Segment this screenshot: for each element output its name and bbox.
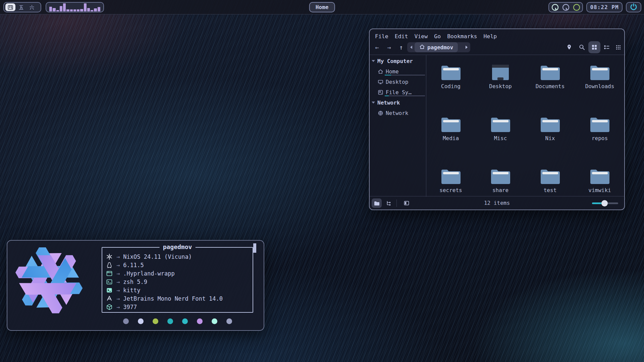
terminal-window[interactable]: pagedmov →NixOS 24.11 (Vicuna)→6.11.5→.H… — [7, 240, 264, 331]
filesystem-icon — [378, 89, 383, 95]
workspace-button-四[interactable] — [5, 3, 15, 11]
sidebar-item-label: File Sy… — [386, 89, 412, 96]
sidebar-group-label: My Computer — [377, 58, 413, 64]
menu-item-go[interactable]: Go — [434, 33, 441, 40]
fastfetch-value: JetBrains Mono Nerd Font 14.0 — [123, 295, 223, 302]
fastfetch-value: .Hyprland-wrapp — [123, 270, 175, 277]
arrow-icon: → — [116, 279, 120, 285]
fastfetch-row: →kitty — [106, 286, 223, 294]
active-window-title: Home — [309, 2, 335, 12]
folder-icon — [589, 116, 610, 132]
visualizer-bar — [56, 10, 59, 11]
power-icon — [630, 3, 638, 12]
collapse-caret-icon — [372, 102, 375, 104]
folder-icon — [540, 168, 560, 184]
folder-icon — [540, 116, 560, 132]
folder-item-nix[interactable]: Nix — [525, 112, 575, 162]
folder-label: vimwiki — [588, 187, 611, 193]
fastfetch-value: 6.11.5 — [123, 262, 144, 268]
visualizer-bar — [84, 3, 87, 11]
list-view-button[interactable] — [602, 43, 611, 52]
folder-label: test — [544, 187, 557, 193]
workspace-button-六[interactable] — [27, 3, 37, 11]
search-button[interactable] — [578, 43, 586, 52]
folder-icon — [490, 116, 511, 132]
folder-label: secrets — [439, 187, 462, 193]
palette-dot — [212, 318, 217, 324]
visualizer-bar — [94, 8, 97, 11]
folder-item-downloads[interactable]: Downloads — [575, 60, 625, 110]
visualizer-bar — [80, 9, 83, 11]
wm-icon — [106, 270, 113, 277]
circular-gauge-icon — [562, 3, 570, 11]
sidebar-item-network[interactable]: Network — [370, 108, 426, 118]
compact-view-button[interactable] — [614, 43, 623, 52]
breadcrumb-segment-home[interactable]: pagedmov — [415, 42, 458, 52]
packages-icon — [106, 304, 113, 310]
folder-item-desktop[interactable]: Desktop — [476, 60, 525, 110]
folder-item-coding[interactable]: Coding — [426, 60, 476, 110]
sidebar-item-desktop[interactable]: Desktop — [370, 77, 426, 87]
folder-icon — [589, 168, 610, 184]
disk-usage-bar — [385, 96, 425, 96]
folder-label: repos — [592, 135, 608, 141]
visualizer-bar — [91, 10, 93, 11]
circular-gauge-icon — [573, 3, 581, 11]
visualizer-bar — [60, 6, 62, 11]
visualizer-bar — [73, 9, 76, 11]
menu-item-bookmarks[interactable]: Bookmarks — [447, 33, 477, 40]
fastfetch-row: →6.11.5 — [106, 261, 223, 269]
folder-label: Coding — [441, 83, 461, 89]
fastfetch-row: →JetBrains Mono Nerd Font 14.0 — [106, 294, 223, 303]
forward-button[interactable]: → — [384, 43, 394, 52]
breadcrumb-scroll-right-icon[interactable] — [466, 46, 468, 49]
fastfetch-rows: →NixOS 24.11 (Vicuna)→6.11.5→.Hyprland-w… — [106, 252, 223, 311]
places-sidebar: My ComputerHomeDesktopFile Sy…NetworkNet… — [370, 55, 426, 197]
folder-label: Documents — [536, 83, 565, 89]
sidebar-group-network[interactable]: Network — [370, 98, 426, 108]
collapse-caret-icon — [372, 60, 375, 62]
folder-label: Desktop — [489, 83, 512, 89]
location-pin-button[interactable] — [565, 43, 574, 52]
visualizer-bar — [49, 7, 52, 11]
terminal-icon — [106, 287, 113, 294]
menu-item-edit[interactable]: Edit — [395, 33, 408, 40]
arrow-icon: → — [116, 287, 120, 294]
back-button[interactable]: ← — [372, 43, 382, 52]
folder-item-misc[interactable]: Misc — [476, 112, 525, 162]
menu-item-help[interactable]: Help — [484, 33, 497, 40]
toolbar: ← → ↑ pagedmov — [370, 41, 624, 54]
visualizer-bar — [66, 9, 69, 11]
items-count: 12 items — [370, 200, 624, 206]
breadcrumb: pagedmov — [407, 42, 470, 52]
palette-dot — [197, 318, 203, 324]
clock-widget: 08:22 PM — [586, 2, 623, 12]
folder-label: share — [492, 187, 508, 193]
folder-item-documents[interactable]: Documents — [525, 60, 575, 110]
folder-grid: CodingDesktopDocumentsDownloadsMediaMisc… — [426, 55, 625, 197]
audio-visualizer-widget — [46, 2, 104, 12]
folder-icon — [440, 116, 461, 132]
menu-item-file[interactable]: File — [375, 33, 388, 40]
folder-icon — [440, 168, 461, 184]
icon-view-button[interactable] — [588, 41, 600, 53]
sidebar-group-my-computer[interactable]: My Computer — [370, 56, 426, 66]
menu-item-view[interactable]: View — [415, 33, 428, 40]
visualizer-bar — [98, 7, 100, 11]
power-button[interactable] — [626, 2, 641, 12]
workspaces-widget[interactable] — [3, 2, 41, 12]
breadcrumb-current-label: pagedmov — [427, 44, 453, 51]
folder-label: Media — [443, 135, 459, 141]
fastfetch-value: NixOS 24.11 (Vicuna) — [123, 253, 192, 260]
folder-icon — [540, 64, 560, 80]
folder-item-media[interactable]: Media — [426, 112, 476, 162]
folder-icon — [589, 64, 610, 80]
icon-size-slider[interactable] — [592, 202, 618, 204]
shell-icon — [106, 279, 113, 285]
folder-item-repos[interactable]: repos — [575, 112, 625, 162]
font-icon — [106, 295, 113, 302]
workspace-button-五[interactable] — [16, 3, 26, 11]
up-button[interactable]: ↑ — [396, 43, 406, 52]
breadcrumb-scroll-left-icon[interactable] — [410, 46, 412, 49]
slider-knob[interactable] — [601, 200, 608, 206]
